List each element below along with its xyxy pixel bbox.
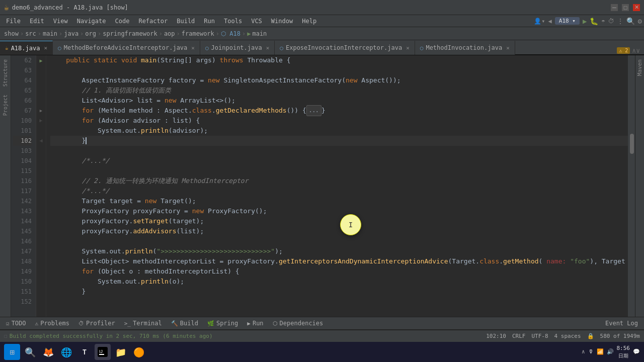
notification-icon: 💬 bbox=[633, 348, 640, 355]
breadcrumb-framework[interactable]: framework bbox=[182, 30, 214, 37]
scrollbar-track[interactable] bbox=[628, 55, 635, 317]
bottom-tab-terminal[interactable]: >_ Terminal bbox=[120, 318, 166, 329]
breadcrumb-src[interactable]: src bbox=[25, 30, 36, 37]
breadcrumb-show[interactable]: show bbox=[4, 30, 19, 37]
interface-icon2: ○ bbox=[205, 45, 209, 51]
bottom-tab-run[interactable]: ▶ Run bbox=[243, 318, 267, 329]
settings-icon[interactable]: ⚙ bbox=[638, 17, 642, 25]
start-button[interactable]: ⊞ bbox=[4, 344, 20, 360]
bottom-tab-build[interactable]: 🔨 Build bbox=[167, 318, 202, 329]
breadcrumb-java[interactable]: java bbox=[64, 30, 78, 37]
run-icon[interactable]: ▶ bbox=[583, 17, 587, 25]
expand-icon[interactable]: ∧ bbox=[632, 47, 636, 54]
taskbar-browser[interactable]: 🌐 bbox=[58, 344, 74, 360]
tab-close-methodinvocation[interactable]: ✕ bbox=[506, 45, 510, 51]
breadcrumb-main-method[interactable]: ▶ main bbox=[247, 30, 267, 37]
bottom-tab-profiler[interactable]: ⏱ Profiler bbox=[74, 318, 119, 329]
toolbar-more-icon[interactable]: ⋮ bbox=[617, 18, 623, 25]
profile-icon[interactable]: ⏱ bbox=[608, 18, 614, 25]
breadcrumb-org[interactable]: org bbox=[85, 30, 96, 37]
tab-label-exposeinvocation: ExposeInvocationInterceptor.java bbox=[286, 44, 402, 51]
line-numbers: 62 63 64 65 66 67 100 101 102 103 104 11… bbox=[11, 55, 36, 317]
line-ending[interactable]: CRLF bbox=[512, 333, 526, 339]
breadcrumb-aop[interactable]: aop bbox=[164, 30, 175, 37]
menu-build[interactable]: Build bbox=[173, 17, 199, 26]
menu-vcs[interactable]: VCS bbox=[247, 17, 266, 26]
taskbar-explorer[interactable]: 🔍 bbox=[22, 344, 38, 360]
menu-code[interactable]: Code bbox=[111, 17, 134, 26]
tab-close-methodbefore[interactable]: ✕ bbox=[191, 45, 195, 51]
interface-icon: ○ bbox=[58, 45, 61, 51]
bottom-tab-event-log[interactable]: Event Log bbox=[601, 318, 642, 329]
taskbar-intellij[interactable]: IJ bbox=[95, 344, 111, 360]
indent[interactable]: 4 spaces bbox=[554, 333, 581, 339]
code-line-102: } bbox=[50, 136, 628, 146]
maven-panel-label[interactable]: Maven bbox=[636, 59, 643, 76]
toolbar-user-icon[interactable]: 👤▾ bbox=[534, 18, 545, 25]
maximize-button[interactable]: □ bbox=[622, 4, 629, 11]
project-panel-btn[interactable]: Project bbox=[3, 95, 8, 116]
bottom-tab-todo[interactable]: ☑ TODO bbox=[2, 318, 30, 329]
bottom-tab-problems[interactable]: ⚠ Problems bbox=[31, 318, 73, 329]
tab-methodbefore[interactable]: ○ MethodBeforeAdviceInterceptor.java ✕ bbox=[53, 41, 200, 55]
breadcrumb-main[interactable]: main bbox=[43, 30, 57, 37]
code-line-63 bbox=[50, 65, 628, 75]
run-line-62[interactable]: ▶ bbox=[39, 58, 42, 63]
tab-label-methodinvocation: MethodInvocation.java bbox=[426, 44, 502, 51]
taskbar-folder[interactable]: 📁 bbox=[113, 344, 129, 360]
tab-close-joinpoint[interactable]: ✕ bbox=[266, 45, 270, 51]
menu-tools[interactable]: Tools bbox=[220, 17, 246, 26]
menu-file[interactable]: File bbox=[2, 17, 25, 26]
menu-view[interactable]: View bbox=[49, 17, 72, 26]
tab-close-a18[interactable]: ✕ bbox=[44, 45, 47, 51]
structure-panel-btn[interactable]: Structure bbox=[3, 59, 8, 86]
search-icon[interactable]: 🔍 bbox=[626, 17, 635, 25]
bottom-tab-run-label: Run bbox=[253, 320, 264, 327]
tab-close-exposeinvocation[interactable]: ✕ bbox=[406, 45, 410, 51]
menu-edit[interactable]: Edit bbox=[26, 17, 48, 26]
taskbar-text[interactable]: T bbox=[76, 344, 93, 360]
code-line-100: for (Advisor advisor : list) { bbox=[50, 116, 628, 126]
gutter-column: ▶ ▶ ⊢ ⊣ bbox=[36, 55, 46, 317]
menu-window[interactable]: Window bbox=[267, 17, 297, 26]
coverage-icon[interactable]: ☂ bbox=[601, 18, 605, 25]
java-icon: ☕ bbox=[5, 45, 9, 51]
menu-refactor[interactable]: Refactor bbox=[134, 17, 172, 26]
taskbar-firefox[interactable]: 🦊 bbox=[40, 344, 56, 360]
taskbar-vlc[interactable]: 🟠 bbox=[131, 344, 147, 360]
bottom-tab-spring-label: Spring bbox=[216, 320, 238, 327]
collapse-icon[interactable]: ∨ bbox=[636, 47, 640, 54]
breadcrumb-a18[interactable]: ⬡ A18 bbox=[221, 30, 240, 37]
close-button[interactable]: ✕ bbox=[633, 4, 640, 11]
encoding[interactable]: UTF-8 bbox=[531, 333, 548, 339]
toolbar-back-icon[interactable]: ◀ bbox=[548, 18, 552, 25]
code-editor[interactable]: public static void main(String[] args) t… bbox=[46, 55, 628, 317]
menu-navigate[interactable]: Navigate bbox=[73, 17, 110, 26]
mic-icon: 🎙 bbox=[588, 348, 594, 355]
title-bar-controls[interactable]: ─ □ ✕ bbox=[611, 4, 640, 11]
title-bar: ☕ demo6_advanced - A18.java [show] ─ □ ✕ bbox=[0, 0, 644, 15]
bottom-tab-dependencies[interactable]: ⬡ Dependencies bbox=[269, 318, 328, 329]
fold-67[interactable]: ▶ bbox=[40, 108, 42, 113]
tab-joinpoint[interactable]: ○ Joinpoint.java ✕ bbox=[200, 41, 275, 55]
tab-methodinvocation[interactable]: ○ MethodInvocation.java ✕ bbox=[415, 41, 515, 55]
cursor-position[interactable]: 102:10 bbox=[486, 333, 506, 339]
bottom-tab-build-label: Build bbox=[180, 320, 198, 327]
clock-date: 日期 bbox=[617, 352, 630, 359]
debug-icon[interactable]: 🐛 bbox=[590, 17, 598, 25]
code-line-147: System.out.println(">>>>>>>>>>>>>>>>>>>>… bbox=[50, 246, 628, 256]
line-info: 580 of 1949m bbox=[600, 333, 640, 339]
menu-help[interactable]: Help bbox=[298, 17, 320, 26]
bottom-tab-spring[interactable]: 🌿 Spring bbox=[203, 318, 242, 329]
tab-exposeinvocation[interactable]: ○ ExposeInvocationInterceptor.java ✕ bbox=[275, 41, 415, 55]
breadcrumb-springframework[interactable]: springframework bbox=[103, 30, 157, 37]
menu-run[interactable]: Run bbox=[200, 17, 219, 26]
scrollbar-thumb[interactable] bbox=[630, 134, 634, 154]
tab-a18[interactable]: ☕ A18.java ✕ bbox=[0, 41, 53, 55]
status-right: 102:10 CRLF UTF-8 4 spaces 🔒 580 of 1949… bbox=[486, 333, 640, 339]
time-display[interactable]: 8:56 日期 bbox=[617, 345, 630, 358]
tray-icons: ∧ bbox=[582, 348, 585, 355]
run-config-dropdown[interactable]: A18 ▾ bbox=[555, 17, 580, 25]
minimize-button[interactable]: ─ bbox=[611, 4, 618, 11]
scrollbar[interactable] bbox=[628, 55, 635, 317]
